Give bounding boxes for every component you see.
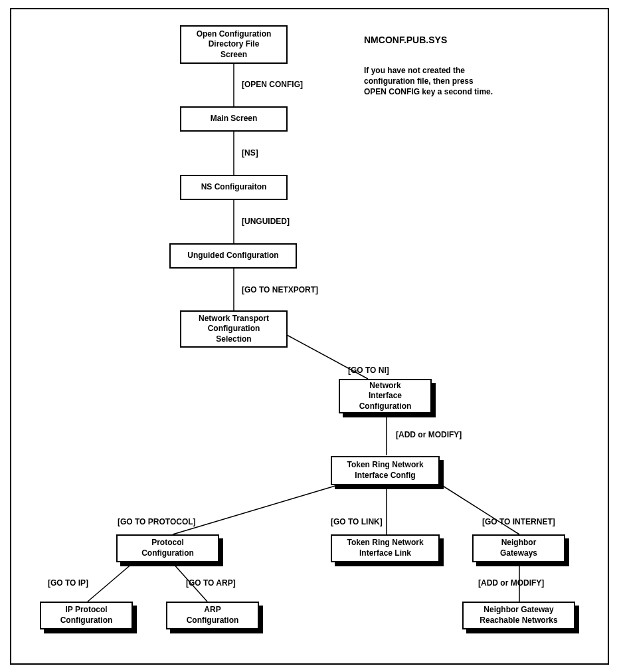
edge-go-arp: [GO TO ARP] [186, 578, 236, 588]
edge-go-ip: [GO TO IP] [48, 578, 88, 588]
annotation-line-2: configuration file, then press [364, 76, 474, 86]
node-neighbor-gw: NeighborGateways [472, 534, 565, 562]
annotation-line-3: OPEN CONFIG key a second time. [364, 87, 493, 96]
node-ip-protocol: IP ProtocolConfiguration [40, 602, 133, 629]
node-tr-iface-config: Token Ring NetworkInterface Config [331, 456, 440, 485]
node-unguided: Unguided Configuration [169, 243, 297, 269]
edge-unguided: [UNGUIDED] [242, 217, 290, 226]
annotation-body: If you have not created the configuratio… [364, 65, 493, 98]
node-neighbor-gw-reach: Neighbor GatewayReachable Networks [462, 602, 575, 629]
node-ni-config: NetworkInterfaceConfiguration [339, 379, 432, 413]
edge-go-internet: [GO TO INTERNET] [482, 517, 555, 526]
edge-add-modify-1: [ADD or MODIFY] [396, 430, 462, 439]
edge-go-netxport: [GO TO NETXPORT] [242, 285, 318, 294]
node-open-config-dir: Open ConfigurationDirectory FileScreen [180, 25, 288, 64]
annotation-title: NMCONF.PUB.SYS [364, 35, 447, 45]
edge-open-config: [OPEN CONFIG] [242, 80, 303, 89]
annotation-line-1: If you have not created the [364, 66, 465, 75]
edge-go-link: [GO TO LINK] [331, 517, 383, 526]
node-main-screen: Main Screen [180, 106, 288, 132]
node-arp-config: ARPConfiguration [166, 602, 259, 629]
edge-go-protocol: [GO TO PROTOCOL] [118, 517, 196, 526]
node-netxport: Network TransportConfigurationSelection [180, 310, 288, 348]
diagram-page: NMCONF.PUB.SYS If you have not created t… [0, 0, 617, 672]
node-ns-config: NS Configuraiton [180, 175, 288, 200]
node-protocol-config: ProtocolConfiguration [116, 534, 219, 562]
node-tr-iface-link: Token Ring NetworkInterface Link [331, 534, 440, 562]
edge-go-ni: [GO TO NI] [348, 366, 389, 375]
edge-ns: [NS] [242, 148, 258, 158]
edge-add-modify-2: [ADD or MODIFY] [478, 578, 544, 588]
